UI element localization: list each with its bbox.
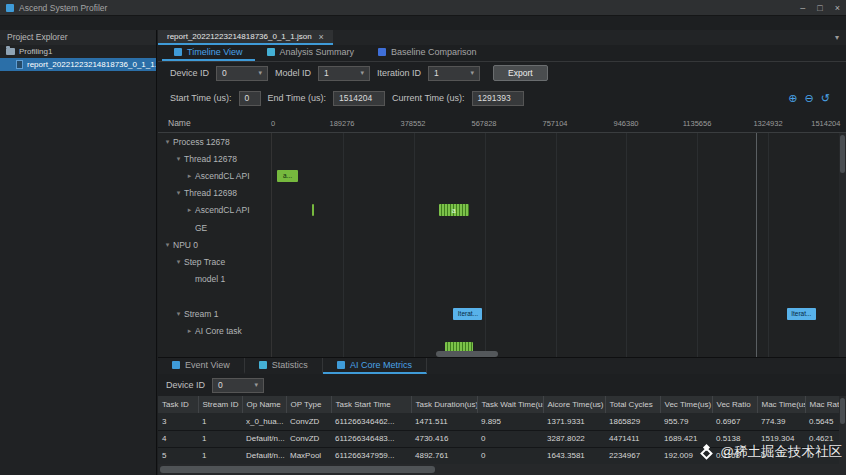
column-header[interactable]: Aicore Time(us) [543, 396, 605, 413]
timeline-event-bar[interactable] [312, 204, 314, 216]
chevron-right-icon[interactable]: ▸ [184, 172, 195, 180]
timeline-row[interactable]: ▾Stream 1 [158, 305, 271, 322]
table-cell: 4730.416 [411, 430, 477, 447]
timeline-names: ▾Process 12678▾Thread 12678▸AscendCL API… [158, 133, 271, 357]
timeline-horizontal-scrollbar[interactable] [271, 351, 839, 357]
timeline-row[interactable]: model 1 [158, 271, 271, 288]
table-cell: 3 [158, 413, 198, 430]
tab-baseline-comparison[interactable]: Baseline Comparison [366, 45, 489, 61]
tree-item-profiling-folder[interactable]: Profiling1 [0, 45, 156, 58]
current-time-input[interactable]: 1291393 [472, 91, 524, 106]
iteration-id-select[interactable]: 1 ▾ [428, 66, 480, 81]
tab-ai-core-metrics[interactable]: AI Core Metrics [323, 358, 427, 374]
column-header[interactable]: Task Wait Time(us) [477, 396, 543, 413]
bottom-device-id-select[interactable]: 0 ▾ [212, 378, 264, 393]
gridline [626, 133, 627, 357]
chevron-right-icon[interactable]: ▸ [184, 327, 195, 335]
scrollbar-thumb[interactable] [840, 135, 845, 173]
chevron-down-icon: ▾ [255, 381, 259, 389]
timeline-row[interactable]: ▾NPU 0 [158, 236, 271, 253]
chevron-right-icon[interactable]: ▸ [184, 206, 195, 214]
tab-statistics[interactable]: Statistics [245, 358, 323, 374]
timeline-row[interactable]: ▾Thread 12698 [158, 185, 271, 202]
timeline-row[interactable]: ▾Step Trace [158, 254, 271, 271]
chevron-down-icon[interactable]: ▾ [162, 138, 173, 146]
tab-list-chevron-icon[interactable]: ▾ [828, 30, 846, 45]
table-cell: 611266346462... [331, 413, 411, 430]
export-button[interactable]: Export [493, 65, 548, 81]
app-icon [6, 4, 14, 12]
editor-tab-report[interactable]: report_20221223214818736_0_1_1.json × [158, 30, 333, 45]
close-button[interactable]: × [835, 3, 840, 13]
chevron-down-icon: ▾ [361, 69, 365, 77]
table-cell: 0.6967 [712, 413, 757, 430]
end-time-input[interactable]: 1514204 [333, 91, 385, 106]
chevron-down-icon[interactable]: ▾ [173, 310, 184, 318]
column-header[interactable]: Vec Ratio [712, 396, 757, 413]
chevron-down-icon[interactable]: ▾ [162, 241, 173, 249]
tab-analysis-summary-label: Analysis Summary [280, 47, 355, 57]
column-header[interactable]: Task ID [158, 396, 198, 413]
table-cell: 1471.511 [411, 413, 477, 430]
timeline-row[interactable]: ▸AscendCL API [158, 202, 271, 219]
model-id-select[interactable]: 1 ▾ [318, 66, 370, 81]
column-header[interactable]: Stream ID [198, 396, 242, 413]
title-bar: Ascend System Profiler – □ × [0, 0, 846, 16]
timeline-row[interactable]: ▾Process 12678 [158, 133, 271, 150]
timeline-event-bar[interactable]: a... [277, 170, 298, 182]
table-row[interactable]: 31x_0_hua...ConvZD611266346462...1471.51… [158, 413, 845, 430]
chevron-down-icon: ▾ [471, 69, 475, 77]
close-tab-icon[interactable]: × [319, 32, 324, 42]
column-header[interactable]: Vec Time(us) [660, 396, 712, 413]
table-header-row: Task IDStream IDOp NameOP TypeTask Start… [158, 396, 845, 413]
minimize-button[interactable]: – [800, 3, 805, 13]
column-header[interactable]: Op Name [242, 396, 286, 413]
gridline [556, 133, 557, 357]
tab-event-view[interactable]: Event View [158, 358, 245, 374]
scrollbar-thumb[interactable] [436, 351, 498, 357]
timeline-row[interactable]: ▾Thread 12678 [158, 150, 271, 167]
table-cell: 1371.9331 [543, 413, 605, 430]
timeline-row[interactable]: ▸AscendCL API [158, 167, 271, 184]
chevron-down-icon[interactable]: ▾ [173, 155, 184, 163]
table-cell: 192.009 [660, 447, 712, 464]
gridline [485, 133, 486, 357]
timeline-row[interactable]: GE [158, 219, 271, 236]
time-ruler: Name 01892763785525678287571049463801135… [158, 112, 846, 133]
table-row[interactable]: 41Default/n...ConvZD611266346483...4730.… [158, 430, 845, 447]
chevron-down-icon[interactable]: ▾ [173, 258, 184, 266]
tree-item-report-file[interactable]: report_20221223214818736_0_1_1.json [0, 58, 156, 71]
tab-analysis-summary[interactable]: Analysis Summary [255, 45, 367, 61]
table-vertical-scrollbar[interactable] [839, 396, 846, 464]
timeline-vertical-scrollbar[interactable] [839, 133, 846, 357]
timeline-row[interactable]: ▸AI Core task [158, 322, 271, 339]
column-header[interactable]: OP Type [286, 396, 331, 413]
timeline-event-bar[interactable]: a [439, 204, 469, 216]
column-header[interactable]: Task Start Time [331, 396, 411, 413]
table-row[interactable]: 51Default/n...MaxPool611266347959...4892… [158, 447, 845, 464]
current-time-marker [756, 133, 757, 357]
timeline-event-bar[interactable]: Iterat... [787, 308, 816, 320]
ruler-tick-label: 189276 [329, 119, 354, 128]
device-id-select[interactable]: 0 ▾ [216, 66, 268, 81]
column-header[interactable]: Total Cycles [605, 396, 660, 413]
zoom-reset-icon[interactable]: ↺ [821, 93, 830, 104]
chevron-down-icon[interactable]: ▾ [173, 189, 184, 197]
column-header[interactable]: Task Duration(us) [411, 396, 477, 413]
timeline-row-spacer [158, 340, 271, 357]
timeline-plot[interactable]: a...aIterat...Iterat... [271, 133, 839, 357]
scrollbar-thumb[interactable] [840, 398, 845, 424]
gridline [697, 133, 698, 357]
maximize-button[interactable]: □ [817, 3, 822, 13]
zoom-in-icon[interactable]: ⊕ [788, 93, 797, 104]
timeline-row-label: AscendCL API [195, 171, 250, 181]
scrollbar-thumb[interactable] [160, 466, 435, 473]
start-time-input[interactable]: 0 [239, 91, 261, 106]
zoom-out-icon[interactable]: ⊖ [805, 93, 814, 104]
table-cell: 4 [158, 430, 198, 447]
tab-timeline-view[interactable]: Timeline View [162, 45, 255, 61]
timeline-event-bar[interactable]: Iterat... [453, 308, 482, 320]
bottom-horizontal-scrollbar[interactable] [158, 464, 846, 475]
editor-tab-label: report_20221223214818736_0_1_1.json [167, 32, 312, 41]
column-header[interactable]: Mac Time(us) [757, 396, 805, 413]
